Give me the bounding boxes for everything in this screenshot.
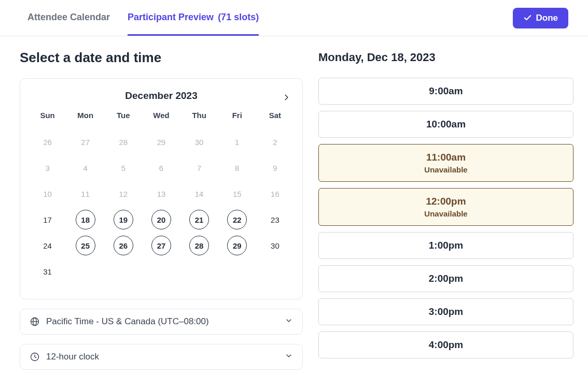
day-of-week-label: Sun	[29, 111, 66, 129]
check-icon	[523, 13, 532, 22]
calendar-grid: 2627282930123456789101112131415161718192…	[29, 129, 294, 284]
calendar-day[interactable]: 22	[218, 207, 256, 233]
day-of-week-label: Thu	[180, 111, 218, 129]
available-day[interactable]: 27	[151, 236, 171, 255]
time-slot-time: 3:00pm	[429, 306, 464, 317]
calendar-day: 28	[104, 129, 142, 155]
calendar-day[interactable]: 21	[180, 207, 218, 233]
time-slots-list: 9:00am10:00am11:00amUnavailable12:00pmUn…	[318, 78, 573, 358]
time-slot[interactable]: 10:00am	[318, 111, 573, 138]
page-title: Select a date and time	[20, 50, 303, 66]
day-of-week-label: Tue	[104, 111, 142, 129]
time-slot[interactable]: 2:00pm	[318, 265, 573, 292]
done-label: Done	[536, 13, 558, 23]
calendar-day[interactable]: 26	[104, 233, 142, 258]
time-slot-time: 10:00am	[426, 119, 466, 129]
calendar-day: 23	[256, 207, 294, 233]
chevron-down-icon	[285, 352, 293, 360]
left-column: Select a date and time December 2023 Sun…	[20, 50, 303, 370]
right-column: Monday, Dec 18, 2023 9:00am10:00am11:00a…	[318, 50, 573, 370]
clock-format-selector[interactable]: 12-hour clock	[20, 344, 303, 370]
selected-date-title: Monday, Dec 18, 2023	[318, 51, 573, 64]
day-of-week-row: SunMonTueWedThuFriSat	[29, 111, 294, 129]
unavailable-label: Unavailable	[319, 165, 573, 174]
tab-participant-label: Participant Preview	[128, 12, 214, 23]
calendar-week-row: 3456789	[29, 155, 294, 181]
available-day[interactable]: 28	[189, 236, 209, 255]
day-of-week-label: Mon	[66, 111, 104, 129]
calendar-day: 4	[66, 155, 104, 181]
calendar-day	[142, 258, 180, 284]
calendar-day: 26	[29, 129, 66, 155]
calendar-day: 9	[256, 155, 294, 181]
calendar-day	[104, 258, 142, 284]
next-month-button[interactable]	[281, 89, 292, 108]
calendar-day: 27	[66, 129, 104, 155]
time-slot-time: 1:00pm	[429, 240, 464, 251]
chevron-right-icon	[283, 91, 290, 104]
calendar-day: 24	[29, 233, 66, 258]
calendar-day: 5	[104, 155, 142, 181]
clock-format-label: 12-hour clock	[46, 352, 99, 362]
calendar-day	[218, 258, 256, 284]
calendar-day: 13	[142, 181, 180, 207]
time-slot[interactable]: 9:00am	[318, 78, 573, 105]
calendar-day: 11	[66, 181, 104, 207]
calendar-day	[256, 258, 294, 284]
calendar-day: 30	[180, 129, 218, 155]
calendar-day: 3	[29, 155, 66, 181]
done-button[interactable]: Done	[513, 8, 569, 28]
calendar-day: 1	[218, 129, 256, 155]
tab-slot-count: (71 slots)	[218, 12, 259, 23]
day-of-week-label: Fri	[218, 111, 256, 129]
day-of-week-label: Sat	[256, 111, 294, 129]
calendar-day[interactable]: 27	[142, 233, 180, 258]
time-slot-time: 4:00pm	[429, 339, 464, 350]
tab-attendee-calendar[interactable]: Attendee Calendar	[27, 0, 110, 36]
chevron-down-icon	[285, 316, 293, 325]
day-of-week-label: Wed	[142, 111, 180, 129]
globe-icon	[30, 316, 40, 327]
top-bar: Attendee Calendar Participant Preview (7…	[0, 0, 588, 36]
calendar-day[interactable]: 19	[104, 207, 142, 233]
calendar-week-row: 262728293012	[29, 129, 294, 155]
calendar-day	[66, 258, 104, 284]
available-day[interactable]: 25	[76, 236, 95, 255]
timezone-label: Pacific Time - US & Canada (UTC–08:00)	[46, 316, 209, 327]
available-day[interactable]: 29	[227, 236, 247, 255]
calendar-week-row: 31	[29, 258, 294, 284]
unavailable-label: Unavailable	[319, 209, 573, 218]
time-slot[interactable]: 4:00pm	[318, 331, 573, 358]
calendar-day[interactable]: 29	[218, 233, 256, 258]
calendar-day[interactable]: 20	[142, 207, 180, 233]
calendar-day: 8	[218, 155, 256, 181]
time-slot[interactable]: 3:00pm	[318, 298, 573, 325]
calendar-day[interactable]: 18	[66, 207, 104, 233]
calendar-day: 31	[29, 258, 66, 284]
available-day[interactable]: 18	[76, 210, 95, 229]
calendar-day: 10	[29, 181, 66, 207]
calendar-day[interactable]: 28	[180, 233, 218, 258]
time-slot-time: 12:00pm	[426, 196, 466, 207]
calendar-day: 17	[29, 207, 66, 233]
available-day[interactable]: 22	[227, 210, 247, 229]
timezone-selector[interactable]: Pacific Time - US & Canada (UTC–08:00)	[20, 309, 303, 335]
available-day[interactable]: 19	[114, 210, 133, 229]
calendar-week-row: 10111213141516	[29, 181, 294, 207]
available-day[interactable]: 21	[189, 210, 209, 229]
tabs: Attendee Calendar Participant Preview (7…	[27, 0, 259, 36]
calendar-day: 7	[180, 155, 218, 181]
time-slot[interactable]: 1:00pm	[318, 232, 573, 259]
month-label: December 2023	[125, 90, 197, 102]
calendar-day: 14	[180, 181, 218, 207]
tab-participant-preview[interactable]: Participant Preview (71 slots)	[128, 0, 259, 36]
calendar-day[interactable]: 25	[66, 233, 104, 258]
calendar-day: 16	[256, 181, 294, 207]
time-slot-unavailable: 11:00amUnavailable	[318, 144, 573, 182]
available-day[interactable]: 26	[114, 236, 133, 255]
available-day[interactable]: 20	[151, 210, 171, 229]
time-slot-unavailable: 12:00pmUnavailable	[318, 188, 573, 226]
calendar-day: 15	[218, 181, 256, 207]
time-slot-time: 9:00am	[429, 85, 463, 96]
time-slot-time: 11:00am	[426, 152, 466, 163]
